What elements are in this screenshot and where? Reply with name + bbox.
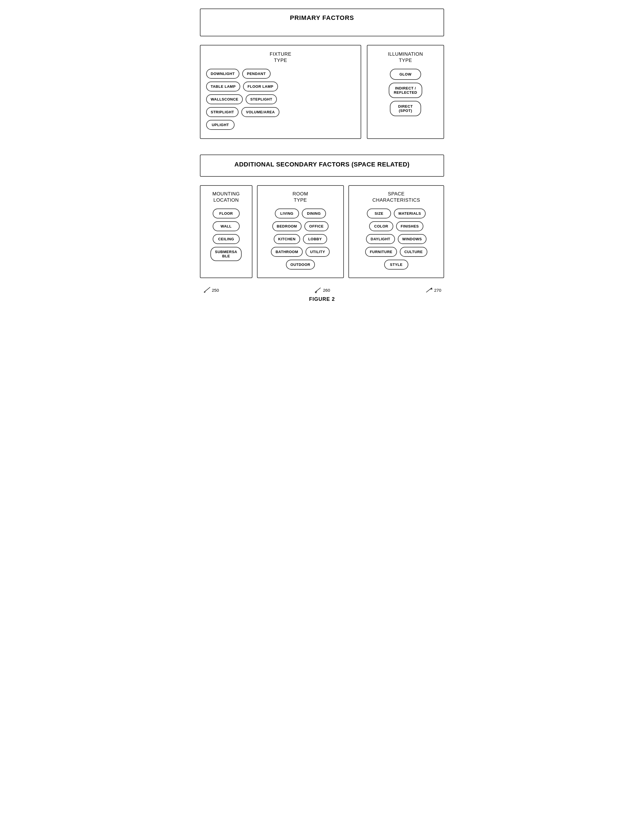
pill-bedroom: BEDROOM [272,221,302,231]
space-row-1: SIZE MATERIALS [353,209,440,219]
pill-steplight: STEPLIGHT [246,94,277,104]
illumination-type-title: ILLUMINATIONTYPE [372,51,439,64]
space-row-2: COLOR FINISHES [353,221,440,231]
pill-striplight: STRIPLIGHT [206,107,238,117]
pill-kitchen: KITCHEN [274,234,300,244]
fixture-row-2: TABLE LAMP FLOOR LAMP [206,82,355,91]
arrow-260-icon [314,287,322,294]
ref-220-arrow: 220 [194,54,195,69]
fixture-row-5: UPLIGHT [206,120,355,130]
fixture-type-title: FIXTURETYPE [206,51,355,64]
pill-submersable: SUBMERSABLE [210,247,241,261]
ref-260-container: 260 [314,287,330,294]
pill-windows: WINDOWS [398,234,427,244]
mounting-location-title: MOUNTINGLOCATION [204,191,248,203]
space-row-4: FURNITURE CULTURE [353,247,440,257]
room-ref-label: 260 [323,288,330,292]
pill-outdoor: OUTDOOR [286,260,315,269]
pill-downlight: DOWNLIGHT [206,69,240,79]
room-row-5: OUTDOOR [261,260,340,269]
bottom-ref-labels: 250 260 270 [200,287,444,294]
pill-finishes: FINISHES [396,221,423,231]
room-type-box: ROOMTYPE LIVING DINING BEDROOM OFFICE KI… [257,185,344,278]
pill-volume-area: VOLUME/AREA [241,107,279,117]
illumination-type-box: 230 ILLUMINATIONTYPE GLOW INDIRECT /REFL… [367,45,444,139]
bottom-row: MOUNTINGLOCATION FLOOR WALL CEILING SUBM… [200,185,444,278]
pill-indirect-reflected: INDIRECT /REFLECTED [389,83,422,98]
space-ref-label: 270 [434,288,441,292]
pill-table-lamp: TABLE LAMP [206,82,240,91]
illumination-pills: GLOW INDIRECT /REFLECTED DIRECT(SPOT) [372,69,439,116]
mounting-ref-label: 250 [212,288,219,292]
fixture-type-box: 220 FIXTURETYPE DOWNLIGHT PENDANT TABLE … [200,45,361,139]
secondary-factors-title: ADDITIONAL SECONDARY FACTORS (SPACE RELA… [209,160,435,169]
pill-glow: GLOW [390,69,421,80]
space-characteristics-title: SPACECHARACTERISTICS [353,191,440,203]
pill-daylight: DAYLIGHT [366,234,395,244]
pill-pendant: PENDANT [242,69,271,79]
room-row-1: LIVING DINING [261,209,340,219]
svg-line-6 [315,288,321,292]
pill-furniture: FURNITURE [365,247,397,257]
ref-250-container: 250 [203,287,219,294]
pill-utility: UTILITY [305,247,330,257]
arrow-250-icon [203,287,211,294]
room-row-3: KITCHEN LOBBY [261,234,340,244]
fixture-row-3: WALLSCONCE STEPLIGHT [206,94,355,104]
pill-materials: MATERIALS [394,209,426,219]
arrow-up-left-icon [449,54,450,64]
pill-office: OFFICE [304,221,329,231]
svg-line-4 [204,287,210,292]
arrow-up-right-icon [194,54,195,64]
figure-label: FIGURE 2 [200,296,444,302]
pill-dining: DINING [302,209,326,219]
pill-ceiling: CEILING [213,234,240,244]
arrow-270-icon [425,287,433,294]
pill-wallsconce: WALLSCONCE [206,94,243,104]
pill-living: LIVING [275,209,299,219]
fixture-row-4: STRIPLIGHT VOLUME/AREA [206,107,355,117]
fixture-row-1: DOWNLIGHT PENDANT [206,69,355,79]
space-row-5: STYLE [353,260,440,269]
room-row-4: BATHROOM UTILITY [261,247,340,257]
pill-wall: WALL [213,221,240,231]
secondary-factors-box: ADDITIONAL SECONDARY FACTORS (SPACE RELA… [200,155,444,177]
pill-color: COLOR [369,221,393,231]
pill-size: SIZE [367,209,391,219]
mounting-pills: FLOOR WALL CEILING SUBMERSABLE [204,209,248,261]
svg-line-8 [426,288,432,292]
space-characteristics-box: SPACECHARACTERISTICS SIZE MATERIALS COLO… [349,185,444,278]
pill-lobby: LOBBY [303,234,327,244]
ref-230-arrow: 230 [449,54,450,69]
pill-uplight: UPLIGHT [206,120,235,130]
pill-direct-spot: DIRECT(SPOT) [390,101,421,116]
pill-culture: CULTURE [400,247,427,257]
ref-270-container: 270 [425,287,441,294]
room-type-title: ROOMTYPE [261,191,340,203]
room-row-2: BEDROOM OFFICE [261,221,340,231]
primary-factors-title: PRIMARY FACTORS [209,14,435,21]
mounting-location-box: MOUNTINGLOCATION FLOOR WALL CEILING SUBM… [200,185,253,278]
pill-floor: FLOOR [213,209,240,219]
space-row-3: DAYLIGHT WINDOWS [353,234,440,244]
pill-style: STYLE [384,260,408,269]
pill-floor-lamp: FLOOR LAMP [243,82,278,91]
pill-bathroom: BATHROOM [271,247,303,257]
primary-factors-box: PRIMARY FACTORS [200,8,444,36]
